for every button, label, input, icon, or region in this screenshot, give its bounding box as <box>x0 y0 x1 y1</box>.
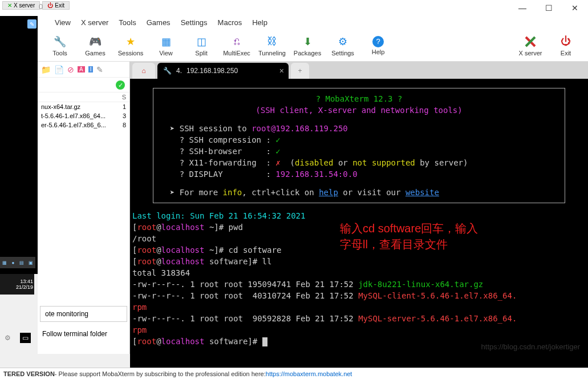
tunneling-icon: ⛓ <box>265 35 279 49</box>
tb-games[interactable]: 🎮Games <box>78 35 113 57</box>
packages-icon: ⬇ <box>301 35 314 49</box>
col-header: S <box>38 92 129 102</box>
clock-date: 21/2/19 <box>16 284 33 290</box>
terminal-banner: ? MobaXterm 12.3 ? (SSH client, X-server… <box>153 88 565 203</box>
menu-help[interactable]: Help <box>252 18 267 27</box>
tb-settings[interactable]: ⚙Settings <box>325 35 360 57</box>
square-icon: ▭ <box>20 333 31 343</box>
menubar: View X server Tools Games Settings Macro… <box>38 16 588 30</box>
i-icon[interactable]: I <box>88 66 94 72</box>
a-icon[interactable]: A <box>78 66 85 72</box>
sessions-icon: ★ <box>124 35 137 49</box>
games-icon: 🎮 <box>88 35 102 49</box>
mini-icon-strip: ▦●▤▣ <box>0 257 35 268</box>
settings-icon: ⚙ <box>336 35 350 49</box>
menu-xserver[interactable]: X server <box>81 18 108 27</box>
folder-icon[interactable]: 📁 <box>41 65 51 74</box>
titlebar: ✕X server ⏻Exit 0 — ☐ ✕ <box>0 0 588 16</box>
view-icon: ▦ <box>159 35 173 49</box>
tab-exit[interactable]: ⏻Exit <box>42 1 70 10</box>
tab-close-icon[interactable]: × <box>279 66 284 75</box>
left-black-panel <box>0 0 38 274</box>
tb-sessions[interactable]: ★Sessions <box>113 35 148 57</box>
file-list: nux-x64.tar.gz1 t-5.6.46-1.el7.x86_64...… <box>38 102 129 130</box>
file-panel: 📁 📄 ⊘ A I ✎ ✓ S nux-x64.tar.gz1 t-5.6.46… <box>38 62 130 354</box>
split-icon: ◫ <box>194 35 208 49</box>
picker-icon[interactable]: ✎ <box>96 65 103 74</box>
toolbar: 🔧Tools 🎮Games ★Sessions ▦View ◫Split ⎌Mu… <box>38 30 588 62</box>
terminal[interactable]: ? MobaXterm 12.3 ? (SSH client, X-server… <box>130 79 588 368</box>
delete-icon[interactable]: ⊘ <box>67 65 74 74</box>
remote-monitoring-button[interactable]: ote monitoring <box>40 306 127 322</box>
status-msg: - Please support MobaXterm by subscribin… <box>55 370 266 377</box>
menu-games[interactable]: Games <box>147 18 171 27</box>
banner-subtitle: (SSH client, X-server and networking too… <box>160 104 558 116</box>
multiexec-icon: ⎌ <box>230 35 244 49</box>
path-row: ✓ <box>38 78 129 92</box>
menu-settings[interactable]: Settings <box>181 18 208 27</box>
title-num: 0 <box>39 2 43 11</box>
watermark: https://blog.csdn.net/jokertiger <box>481 341 580 353</box>
doc-icon[interactable]: 📄 <box>54 65 64 74</box>
statusbar: TERED VERSION - Please support MobaXterm… <box>0 368 588 379</box>
tb-tools[interactable]: 🔧Tools <box>42 35 78 57</box>
tb-view[interactable]: ▦View <box>148 35 184 57</box>
tb-multiexec[interactable]: ⎌MultiExec <box>219 35 254 57</box>
home-icon: ⌂ <box>141 67 145 75</box>
tray-icons: ⚙ ▭ <box>0 331 35 345</box>
pencil-icon[interactable]: ✎ <box>27 19 37 29</box>
file-panel-toolbar: 📁 📄 ⊘ A I ✎ <box>38 62 129 78</box>
annotation-text: 输入cd software回车，输入 字母ll，查看目录文件 <box>340 220 478 252</box>
menu-view[interactable]: View <box>55 18 71 27</box>
follow-terminal-checkbox[interactable]: Follow terminal folder <box>42 330 107 338</box>
tab-session-active[interactable]: 🔧 4. 192.168.198.250 × <box>157 63 289 79</box>
tab-home[interactable]: ⌂ <box>132 63 155 79</box>
exit-icon: ⏻ <box>559 35 573 49</box>
tb-packages[interactable]: ⬇Packages <box>290 35 325 57</box>
menu-macros[interactable]: Macros <box>218 18 242 27</box>
website-link[interactable]: website <box>405 188 439 197</box>
clock: 13:41 21/2/19 <box>0 274 34 295</box>
help-link[interactable]: help <box>319 188 338 197</box>
cursor <box>262 337 267 346</box>
plus-icon: + <box>298 67 302 75</box>
wrench-icon: 🔧 <box>163 67 172 75</box>
tools-icon: 🔧 <box>53 35 67 49</box>
tb-tunneling[interactable]: ⛓Tunneling <box>254 35 290 57</box>
minimize-button[interactable]: — <box>509 0 536 16</box>
tb-xserver[interactable]: X server <box>513 35 548 57</box>
tb-split[interactable]: ◫Split <box>184 35 219 57</box>
status-link[interactable]: https://mobaxterm.mobatek.net <box>266 370 352 377</box>
status-version: TERED VERSION <box>3 370 55 377</box>
xserver-icon <box>524 35 537 49</box>
maximize-button[interactable]: ☐ <box>536 0 562 16</box>
file-row[interactable]: er-5.6.46-1.el7.x86_6...8 <box>38 120 129 130</box>
tb-help[interactable]: ?Help <box>360 36 396 55</box>
banner-title: ? MobaXterm 12.3 ? <box>160 93 558 104</box>
close-button[interactable]: ✕ <box>562 0 588 16</box>
menu-tools[interactable]: Tools <box>119 18 136 27</box>
tab-num: 4. <box>176 67 182 75</box>
tab-label: 192.168.198.250 <box>186 67 238 75</box>
status-ok-icon: ✓ <box>116 80 125 90</box>
gear-icon: ⚙ <box>5 334 11 342</box>
tab-add[interactable]: + <box>291 63 309 79</box>
clock-time: 13:41 <box>20 279 33 284</box>
tab-xserver[interactable]: ✕X server <box>2 1 40 10</box>
file-row[interactable]: t-5.6.46-1.el7.x86_64...3 <box>38 111 129 120</box>
session-tabs: ⌂ 🔧 4. 192.168.198.250 × + <box>130 62 588 79</box>
help-icon: ? <box>372 36 384 47</box>
tb-exit[interactable]: ⏻Exit <box>548 35 583 57</box>
file-row[interactable]: nux-x64.tar.gz1 <box>38 102 129 111</box>
